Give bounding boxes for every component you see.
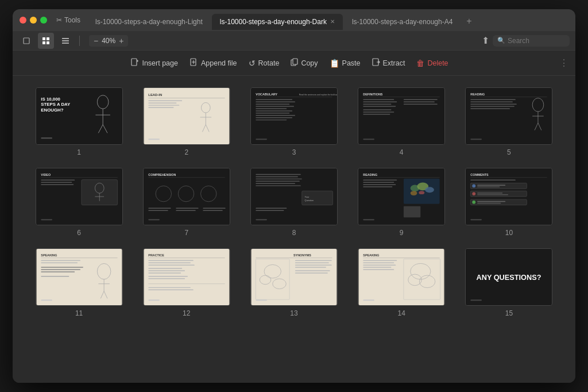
svg-rect-120 <box>256 219 267 220</box>
page-thumbnail[interactable]: IS 10,000 STEPS A DAY ENOUGH? <box>36 87 123 145</box>
svg-text:READING: READING <box>363 173 378 176</box>
svg-rect-40 <box>148 139 160 140</box>
page-thumbnail[interactable]: LEAD-IN <box>143 87 230 145</box>
page-item[interactable]: VIDEO 6 <box>30 168 128 237</box>
page-item[interactable]: COMPREHENSION 7 <box>137 168 235 237</box>
grid-view-button[interactable] <box>38 33 54 49</box>
rotate-icon: ↺ <box>249 59 256 68</box>
page-thumbnail[interactable]: READING <box>358 168 445 225</box>
page-item[interactable]: Your Question 8 <box>245 168 343 237</box>
svg-rect-68 <box>363 114 390 114</box>
rotate-button[interactable]: ↺ Rotate <box>249 59 280 68</box>
page-item[interactable]: ANY QUESTIONS? 15 <box>460 248 558 317</box>
page-thumbnail[interactable]: SPEAKING <box>358 248 445 306</box>
svg-rect-200 <box>363 260 397 261</box>
app-window: ✂ Tools ls-10000-steps-a-day-enough-Ligh… <box>13 9 575 383</box>
page-item[interactable]: READING <box>460 87 558 156</box>
svg-rect-5 <box>62 38 69 39</box>
page-thumbnail[interactable]: ANY QUESTIONS? <box>465 248 552 306</box>
page-item[interactable]: SYNONYMS <box>245 248 343 317</box>
copy-button[interactable]: Copy <box>291 58 318 68</box>
page-thumbnail[interactable]: SYNONYMS <box>250 248 338 306</box>
minimize-button[interactable] <box>30 17 37 24</box>
svg-rect-7 <box>62 43 69 44</box>
share-button[interactable]: ⬆ <box>482 35 489 46</box>
svg-rect-178 <box>148 278 185 279</box>
page-thumbnail[interactable]: SPEAKING <box>36 248 123 306</box>
single-page-view-button[interactable] <box>18 33 34 49</box>
svg-rect-171 <box>148 260 193 261</box>
append-file-label: Append file <box>201 59 237 67</box>
svg-rect-112 <box>256 181 299 182</box>
svg-rect-204 <box>363 269 394 270</box>
svg-rect-32 <box>148 102 176 103</box>
svg-rect-175 <box>148 270 185 271</box>
svg-rect-201 <box>363 263 394 263</box>
svg-text:ENOUGH?: ENOUGH? <box>41 107 63 113</box>
page-thumbnail[interactable]: COMPREHENSION <box>143 168 230 225</box>
insert-page-button[interactable]: Insert page <box>130 58 178 68</box>
page-item[interactable]: VOCABULARY Read the sentences and explai… <box>245 87 343 156</box>
list-view-button[interactable] <box>57 33 74 49</box>
svg-rect-209 <box>363 299 375 301</box>
page-thumbnail[interactable]: DEFINITIONS <box>358 87 445 145</box>
svg-rect-113 <box>256 183 295 183</box>
page-item[interactable]: READING <box>353 168 451 237</box>
svg-rect-196 <box>256 299 267 301</box>
page-item[interactable]: SPEAKING <box>30 248 128 317</box>
append-file-button[interactable]: Append file <box>189 58 237 68</box>
paste-button[interactable]: 📋 Paste <box>330 59 361 68</box>
close-button[interactable] <box>20 17 26 24</box>
tab-dark[interactable]: ls-10000-steps-a-day-enough-Dark ✕ <box>212 14 343 30</box>
add-tab-button[interactable]: + <box>462 14 476 30</box>
tab-light[interactable]: ls-10000-steps-a-day-enough-Light <box>87 14 211 30</box>
page-item[interactable]: SPEAKING <box>353 248 451 317</box>
tab-dark-close[interactable]: ✕ <box>330 19 335 25</box>
page-item[interactable]: LEAD-IN <box>137 87 235 156</box>
tools-menu[interactable]: ✂ Tools <box>56 16 80 24</box>
page-thumbnail[interactable]: VOCABULARY Read the sentences and explai… <box>250 87 338 145</box>
svg-rect-160 <box>41 271 75 272</box>
tools-label: Tools <box>64 16 80 24</box>
svg-rect-195 <box>295 272 328 273</box>
delete-button[interactable]: 🗑 Delete <box>416 59 448 68</box>
svg-rect-167 <box>41 299 52 301</box>
search-input[interactable] <box>508 37 565 45</box>
zoom-out-button[interactable]: − <box>92 36 99 45</box>
page-item[interactable]: IS 10,000 STEPS A DAY ENOUGH? 1 <box>30 87 128 156</box>
svg-rect-54 <box>256 120 287 120</box>
svg-rect-74 <box>471 102 513 102</box>
page-thumbnail[interactable]: Your Question <box>250 168 338 225</box>
page-number: 7 <box>184 229 188 237</box>
svg-rect-53 <box>256 117 292 118</box>
tab-a4-label: ls-10000-steps-a-day-enough-A4 <box>352 18 452 26</box>
svg-rect-173 <box>148 264 194 265</box>
traffic-lights <box>20 17 47 24</box>
page-thumbnail[interactable]: PRACTICE <box>143 248 230 306</box>
page-thumbnail[interactable]: COMMENTS <box>465 168 552 225</box>
svg-text:VIDEO: VIDEO <box>41 173 51 176</box>
extract-button[interactable]: Extract <box>372 58 405 68</box>
svg-text:Read the sentences and explain: Read the sentences and explain the bold … <box>299 94 337 96</box>
page-thumbnail[interactable]: READING <box>465 87 552 145</box>
tab-a4[interactable]: ls-10000-steps-a-day-enough-A4 <box>344 14 461 30</box>
svg-text:Your: Your <box>305 195 310 198</box>
svg-rect-190 <box>295 260 332 261</box>
svg-text:SYNONYMS: SYNONYMS <box>293 253 311 257</box>
svg-rect-87 <box>41 180 75 180</box>
page-item[interactable]: COMMENTS <box>460 168 558 237</box>
zoom-in-button[interactable]: + <box>118 36 125 45</box>
svg-rect-147 <box>478 194 509 195</box>
page-item[interactable]: DEFINITIONS 4 <box>353 87 451 156</box>
svg-rect-73 <box>471 99 516 100</box>
svg-rect-90 <box>82 180 118 205</box>
svg-rect-64 <box>404 102 435 102</box>
svg-rect-157 <box>41 263 78 263</box>
svg-rect-6 <box>62 40 69 41</box>
tab-light-label: ls-10000-steps-a-day-enough-Light <box>95 18 203 26</box>
titlebar: ✂ Tools ls-10000-steps-a-day-enough-Ligh… <box>13 9 575 31</box>
page-thumbnail[interactable]: VIDEO <box>36 168 123 225</box>
more-options-icon[interactable]: ⋮ <box>559 58 568 68</box>
maximize-button[interactable] <box>40 17 47 24</box>
page-item[interactable]: PRACTICE <box>137 248 235 317</box>
